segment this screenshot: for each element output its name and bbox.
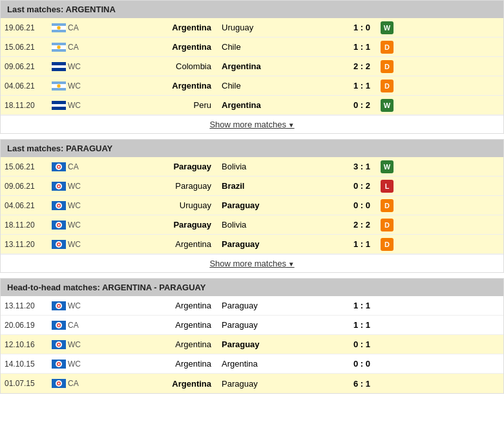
match-date: 04.06.21 (5, 81, 50, 91)
svg-point-3 (57, 26, 61, 30)
svg-point-13 (57, 84, 61, 88)
match-row: 19.06.21 CA Argentina Uruguay 1 : 0 W (1, 18, 503, 38)
match-home: Paraguay (87, 181, 216, 191)
match-comp: WC (68, 81, 87, 91)
match-away: Paraguay (216, 200, 346, 210)
match-row: 04.06.21 WC Argentina Chile 1 : 1 D (1, 76, 503, 96)
flag-icon (50, 301, 68, 310)
match-home: Argentina (87, 81, 216, 91)
svg-point-47 (58, 343, 60, 345)
match-comp: WC (68, 101, 87, 110)
match-date: 19.06.21 (5, 23, 50, 32)
paraguay-header: Last matches: PARAGUAY (1, 140, 503, 157)
match-date: 18.11.20 (5, 101, 50, 110)
match-comp: WC (68, 340, 87, 349)
match-score: 0 : 2 (346, 181, 378, 191)
match-comp: WC (68, 360, 87, 369)
match-comp: WC (68, 182, 87, 191)
match-date: 20.06.19 (5, 321, 50, 330)
svg-rect-2 (52, 30, 66, 32)
show-more-link[interactable]: Show more matches (209, 120, 294, 129)
match-row: 18.11.20 WC Peru Argentina 0 : 2 W (1, 96, 503, 115)
match-score: 0 : 0 (346, 359, 378, 369)
svg-rect-0 (52, 23, 66, 26)
match-comp: WC (68, 240, 87, 249)
paraguay-section: Last matches: PARAGUAY 15.06.21 CA Parag… (0, 139, 504, 273)
match-away: Brazil (216, 181, 346, 191)
match-home: Argentina (87, 239, 216, 249)
svg-rect-10 (52, 81, 66, 84)
match-date: 12.10.16 (5, 340, 50, 349)
match-away: Paraguay (216, 301, 346, 310)
match-home: Paraguay (87, 162, 216, 171)
match-row: 13.11.20 WC Argentina Paraguay 1 : 1 D (1, 235, 503, 254)
match-comp: CA (68, 162, 87, 171)
match-result: W (378, 99, 396, 112)
flag-icon (50, 321, 68, 330)
match-row: 01.07.15 CA Argentina Paraguay 6 : 1 (1, 374, 503, 393)
svg-rect-6 (52, 49, 66, 52)
match-date: 13.11.20 (5, 240, 50, 249)
match-date: 01.07.15 (5, 379, 50, 388)
match-score: 1 : 1 (346, 81, 378, 91)
match-row: 09.06.21 WC Colombia Argentina 2 : 2 D (1, 57, 503, 76)
match-home: Argentina (87, 359, 216, 369)
match-result: D (378, 199, 396, 212)
match-home: Argentina (87, 23, 216, 32)
flag-icon (50, 23, 68, 32)
match-comp: CA (68, 321, 87, 330)
match-away: Chile (216, 42, 346, 52)
match-result: W (378, 160, 396, 173)
match-comp: WC (68, 220, 87, 230)
match-home: Colombia (87, 61, 216, 71)
match-away: Bolivia (216, 220, 346, 230)
match-row: 15.06.21 CA Paraguay Bolivia 3 : 1 W (1, 157, 503, 177)
show-more-link[interactable]: Show more matches (209, 259, 294, 268)
match-result: D (378, 219, 396, 231)
match-away: Uruguay (216, 23, 346, 32)
svg-point-31 (58, 224, 60, 226)
match-home: Peru (87, 100, 216, 110)
match-date: 15.06.21 (5, 43, 50, 52)
match-home: Argentina (87, 320, 216, 330)
flag-icon (50, 340, 68, 349)
match-score: 3 : 1 (346, 162, 378, 171)
match-row: 04.06.21 WC Uruguay Paraguay 0 : 0 D (1, 196, 503, 215)
match-home: Argentina (87, 42, 216, 52)
match-row: 18.11.20 WC Paraguay Bolivia 2 : 2 D (1, 215, 503, 235)
match-away: Bolivia (216, 162, 346, 171)
show-more-paraguay[interactable]: Show more matches (1, 254, 503, 272)
match-away: Argentina (216, 100, 346, 110)
flag-icon (50, 101, 68, 110)
match-result: L (378, 180, 396, 193)
match-row: 13.11.20 WC Argentina Paraguay 1 : 1 (1, 296, 503, 316)
flag-icon (50, 43, 68, 52)
match-row: 14.10.15 WC Argentina Argentina 0 : 0 (1, 354, 503, 374)
match-comp: CA (68, 43, 87, 52)
flag-icon (50, 162, 68, 171)
match-date: 13.11.20 (5, 301, 50, 310)
match-score: 1 : 1 (346, 42, 378, 52)
match-home: Argentina (87, 379, 216, 389)
svg-point-19 (58, 166, 60, 167)
svg-point-43 (58, 324, 60, 326)
flag-icon (50, 220, 68, 230)
svg-point-39 (58, 305, 60, 306)
match-score: 2 : 2 (346, 61, 378, 71)
match-away: Paraguay (216, 239, 346, 249)
match-score: 1 : 0 (346, 23, 378, 32)
svg-point-35 (58, 243, 60, 245)
show-more-argentina[interactable]: Show more matches (1, 115, 503, 133)
match-comp: WC (68, 201, 87, 210)
svg-rect-4 (52, 43, 66, 45)
svg-point-27 (58, 204, 60, 206)
match-home: Uruguay (87, 200, 216, 210)
match-score: 2 : 2 (346, 220, 378, 230)
flag-icon (50, 182, 68, 191)
svg-point-23 (58, 185, 60, 187)
match-date: 14.10.15 (5, 360, 50, 369)
svg-rect-9 (52, 65, 66, 68)
match-date: 18.11.20 (5, 220, 50, 230)
match-row: 15.06.21 CA Argentina Chile 1 : 1 D (1, 38, 503, 57)
match-score: 6 : 1 (346, 379, 378, 389)
